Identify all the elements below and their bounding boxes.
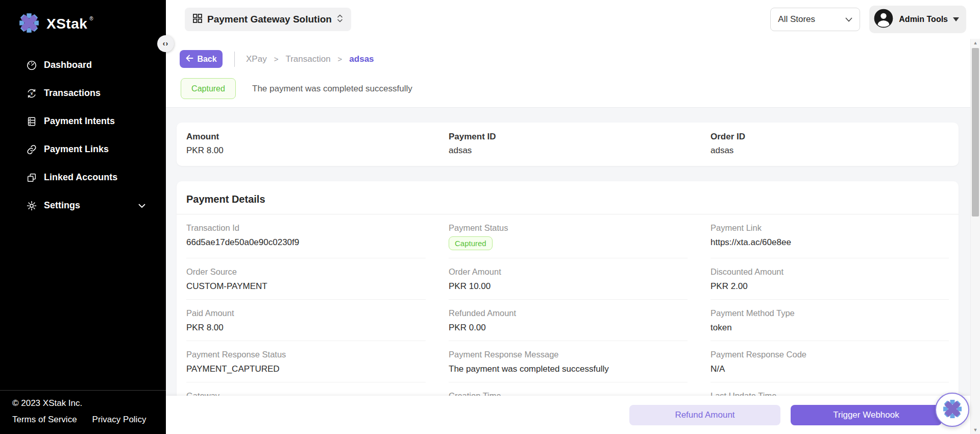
xstak-logo-icon xyxy=(942,398,963,422)
field-payment-response-message: Payment Response Message The payment was… xyxy=(449,341,688,382)
sidebar-item-dashboard[interactable]: Dashboard xyxy=(0,51,166,79)
summary-value: PKR 8.00 xyxy=(186,146,449,156)
linked-accounts-icon xyxy=(26,172,37,183)
sidebar-item-label: Payment Intents xyxy=(44,116,115,127)
refund-amount-button[interactable]: Refund Amount xyxy=(629,405,780,425)
scroll-up-arrow-icon[interactable]: ▲ xyxy=(971,39,980,47)
sidebar-item-linked-accounts[interactable]: Linked Accounts xyxy=(0,163,166,191)
payment-link-url[interactable]: https://xta.ac/60e8ee xyxy=(710,237,949,248)
field-payment-response-code: Payment Response Code N/A xyxy=(710,341,949,382)
back-label: Back xyxy=(197,55,216,64)
field-paid-amount: Paid Amount PKR 8.00 xyxy=(186,300,426,341)
avatar xyxy=(873,8,894,31)
payment-links-icon xyxy=(26,144,37,155)
grid-icon xyxy=(193,14,202,26)
payment-status-badge: Captured xyxy=(449,236,493,250)
main-area: ‹› Payment Gateway Solution All xyxy=(166,0,980,434)
field-discounted-amount: Discounted Amount PKR 2.00 xyxy=(710,258,949,300)
summary-value: adsas xyxy=(449,146,710,156)
sidebar-item-payment-intents[interactable]: Payment Intents xyxy=(0,107,166,135)
topbar: Payment Gateway Solution All Stores xyxy=(166,0,980,39)
svg-text:¥: ¥ xyxy=(30,91,33,96)
app-selector-label: Payment Gateway Solution xyxy=(207,14,332,25)
sidebar-item-settings[interactable]: Settings xyxy=(0,191,166,220)
arrow-left-icon xyxy=(185,55,193,64)
copyright-text: © 2023 XStak Inc. xyxy=(12,398,154,408)
summary-order-id: Order ID adsas xyxy=(710,132,959,166)
sidebar-collapse-toggle[interactable]: ‹› xyxy=(157,35,174,52)
breadcrumb-separator: > xyxy=(274,55,279,63)
sidebar-footer: © 2023 XStak Inc. Terms of Service Priva… xyxy=(0,390,166,434)
summary-payment-id: Payment ID adsas xyxy=(449,132,710,166)
breadcrumb-divider xyxy=(234,52,235,67)
field-refunded-amount: Refunded Amount PKR 0.00 xyxy=(449,300,688,341)
gear-icon xyxy=(26,200,37,211)
xstak-logo-icon xyxy=(18,12,40,36)
summary-amount: Amount PKR 8.00 xyxy=(186,132,449,166)
breadcrumb-current: adsas xyxy=(349,54,374,64)
store-filter-value: All Stores xyxy=(778,14,815,25)
sidebar-item-label: Transactions xyxy=(44,88,101,99)
action-bar: Refund Amount Trigger Webhook xyxy=(166,396,970,434)
field-order-amount: Order Amount PKR 10.00 xyxy=(449,258,688,300)
sidebar-nav: Dashboard ¥ Transactions xyxy=(0,51,166,220)
payment-details-title: Payment Details xyxy=(177,181,959,214)
sidebar-item-label: Settings xyxy=(44,200,80,211)
sidebar-item-transactions[interactable]: ¥ Transactions xyxy=(0,79,166,107)
content-scroll-area: Back XPay > Transaction > adsas Captured… xyxy=(166,39,970,434)
field-order-source: Order Source CUSTOM-PAYMENT xyxy=(186,258,426,300)
dashboard-icon xyxy=(26,60,37,71)
transactions-icon: ¥ xyxy=(26,88,37,99)
breadcrumb-section[interactable]: Transaction xyxy=(285,54,330,64)
summary-card: Amount PKR 8.00 Payment ID adsas Order I… xyxy=(177,123,959,166)
registered-mark: ® xyxy=(89,16,93,21)
trigger-webhook-button[interactable]: Trigger Webhook xyxy=(791,405,942,425)
user-menu-label: Admin Tools xyxy=(899,15,948,24)
field-payment-response-status: Payment Response Status PAYMENT_CAPTURED xyxy=(186,341,426,382)
app-root: XStak ® Dashboard ¥ xyxy=(0,0,980,434)
breadcrumb: Back XPay > Transaction > adsas xyxy=(180,50,374,68)
status-banner: Captured The payment was completed succe… xyxy=(181,78,412,99)
terms-of-service-link[interactable]: Terms of Service xyxy=(12,415,77,425)
user-menu[interactable]: Admin Tools xyxy=(869,6,966,33)
floating-brand-button[interactable] xyxy=(935,393,969,427)
chevron-down-icon xyxy=(138,201,145,210)
caret-down-icon xyxy=(953,17,959,21)
status-badge: Captured xyxy=(181,78,236,99)
payment-details-grid: Transaction Id 66d5ae17de50a0e90c0230f9 … xyxy=(177,214,959,423)
status-message: The payment was completed successfully xyxy=(252,84,412,94)
field-payment-method-type: Payment Method Type token xyxy=(710,300,949,341)
scroll-down-arrow-icon[interactable]: ▼ xyxy=(971,426,980,434)
updown-chevron-icon xyxy=(337,14,343,26)
sidebar-item-label: Dashboard xyxy=(44,60,92,70)
app-selector-dropdown[interactable]: Payment Gateway Solution xyxy=(185,8,351,31)
summary-label: Amount xyxy=(186,132,449,142)
summary-label: Payment ID xyxy=(449,132,710,142)
summary-value: adsas xyxy=(710,146,959,156)
sidebar-item-label: Linked Accounts xyxy=(44,172,117,183)
brand-name: XStak xyxy=(46,16,87,32)
privacy-policy-link[interactable]: Privacy Policy xyxy=(92,415,146,425)
sidebar-item-payment-links[interactable]: Payment Links xyxy=(0,135,166,163)
breadcrumb-root[interactable]: XPay xyxy=(246,54,267,64)
brand-logo[interactable]: XStak ® xyxy=(0,0,166,39)
back-button[interactable]: Back xyxy=(180,50,223,68)
field-payment-status: Payment Status Captured xyxy=(449,214,688,258)
payment-intents-icon xyxy=(26,116,37,127)
field-transaction-id: Transaction Id 66d5ae17de50a0e90c0230f9 xyxy=(186,214,426,258)
sidebar-item-label: Payment Links xyxy=(44,144,109,155)
vertical-scrollbar[interactable]: ▲ ▼ xyxy=(970,39,980,434)
store-filter-select[interactable]: All Stores xyxy=(770,8,860,31)
sidebar: XStak ® Dashboard ¥ xyxy=(0,0,166,434)
breadcrumb-separator: > xyxy=(338,55,342,63)
scrollbar-thumb[interactable] xyxy=(972,48,979,216)
page-header-band: Back XPay > Transaction > adsas Captured… xyxy=(166,39,970,108)
chevron-down-icon xyxy=(845,14,852,25)
field-payment-link: Payment Link https://xta.ac/60e8ee xyxy=(710,214,949,258)
summary-label: Order ID xyxy=(710,132,959,142)
